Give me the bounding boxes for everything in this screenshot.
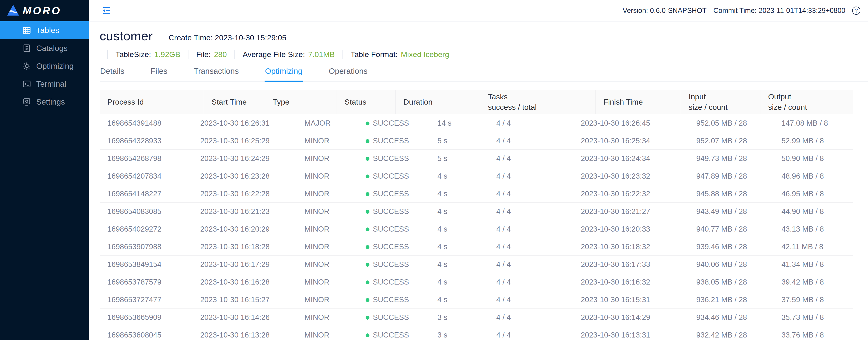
status-success-dot — [366, 280, 369, 284]
cell-input: 934.46 MB / 28 — [689, 313, 774, 322]
table-row: 1698654268798 2023-10-30 16:24:29 MINOR … — [100, 149, 853, 167]
sidebar-item[interactable]: Terminal — [0, 75, 89, 93]
optimizing-icon — [22, 62, 31, 71]
cell-duration: 3 s — [430, 313, 489, 322]
cell-type: MINOR — [297, 278, 358, 286]
status-success-dot — [366, 122, 369, 126]
sidebar-menu: Tables Catalogs Optimizing Terminal Sett… — [0, 21, 89, 111]
catalog-icon — [22, 44, 31, 53]
sidebar-item[interactable]: Tables — [0, 21, 89, 39]
sidebar-item[interactable]: Optimizing — [0, 57, 89, 75]
cell-output: 37.59 MB / 8 — [774, 296, 853, 304]
sidebar-item-label: Tables — [36, 26, 59, 35]
cell-input: 932.42 MB / 28 — [689, 331, 774, 339]
cell-status: SUCCESS — [358, 260, 430, 269]
cell-input: 940.06 MB / 28 — [689, 260, 774, 269]
cell-start-time: 2023-10-30 16:22:28 — [192, 190, 297, 198]
cell-type: MINOR — [297, 296, 358, 304]
cell-output: 48.96 MB / 8 — [774, 172, 853, 180]
table-header-cell: Status — [337, 90, 396, 114]
cell-duration: 4 s — [430, 207, 489, 216]
cell-output: 39.42 MB / 8 — [774, 278, 853, 286]
sidebar-item-label: Terminal — [36, 79, 66, 89]
cell-process-id: 1698654207834 — [100, 172, 192, 180]
cell-duration: 4 s — [430, 225, 489, 233]
main-content: customer Create Time: 2023-10-30 15:29:0… — [89, 22, 868, 340]
cell-process-id: 1698653727477 — [100, 296, 192, 304]
cell-start-time: 2023-10-30 16:18:28 — [192, 242, 297, 251]
cell-duration: 3 s — [430, 331, 489, 339]
cell-duration: 4 s — [430, 260, 489, 269]
cell-tasks: 4 / 4 — [489, 136, 573, 145]
amoro-logo-icon — [7, 5, 19, 16]
status-success-dot — [366, 210, 369, 214]
cell-duration: 14 s — [430, 119, 489, 128]
table-row: 1698654148227 2023-10-30 16:22:28 MINOR … — [100, 185, 853, 203]
cell-input: 947.89 MB / 28 — [689, 172, 774, 180]
status-success-dot — [366, 228, 369, 231]
tab[interactable]: Optimizing — [265, 67, 303, 81]
cell-tasks: 4 / 4 — [489, 225, 573, 233]
version-label: Version: 0.6.0-SNAPSHOT — [623, 7, 707, 15]
tab[interactable]: Operations — [328, 67, 368, 81]
cell-tasks: 4 / 4 — [489, 260, 573, 269]
table-header-cell: Process Id — [100, 90, 204, 114]
cell-input: 938.05 MB / 28 — [689, 278, 774, 286]
cell-tasks: 4 / 4 — [489, 207, 573, 216]
header-line1: Duration — [403, 97, 480, 107]
menu-fold-icon[interactable] — [101, 5, 112, 16]
topbar: Version: 0.6.0-SNAPSHOT Commit Time: 202… — [89, 0, 868, 22]
help-icon[interactable]: ? — [852, 7, 860, 15]
version-area: Version: 0.6.0-SNAPSHOT Commit Time: 202… — [623, 7, 860, 15]
cell-tasks: 4 / 4 — [489, 119, 573, 128]
cell-duration: 5 s — [430, 154, 489, 163]
table-header-cell: Type — [265, 90, 337, 114]
status-text: SUCCESS — [373, 207, 409, 215]
header-line1: Start Time — [212, 97, 265, 107]
sidebar-item[interactable]: Catalogs — [0, 39, 89, 57]
cell-finish-time: 2023-10-30 16:25:34 — [573, 136, 689, 145]
sidebar-item[interactable]: Settings — [0, 93, 89, 111]
table-row: 1698653907988 2023-10-30 16:18:28 MINOR … — [100, 238, 853, 256]
cell-process-id: 1698654148227 — [100, 190, 192, 198]
table-row: 1698654029272 2023-10-30 16:20:29 MINOR … — [100, 220, 853, 238]
cell-input: 943.49 MB / 28 — [689, 207, 774, 216]
cell-duration: 4 s — [430, 278, 489, 286]
cell-finish-time: 2023-10-30 16:14:29 — [573, 313, 689, 322]
header-line1: Process Id — [107, 97, 204, 107]
cell-type: MINOR — [297, 136, 358, 145]
stat-value: 7.01MB — [308, 50, 335, 59]
cell-process-id: 1698654268798 — [100, 154, 192, 163]
cell-input: 952.07 MB / 28 — [689, 136, 774, 145]
sidebar-item-label: Catalogs — [36, 44, 67, 53]
cell-duration: 4 s — [430, 172, 489, 180]
stat-value: Mixed Iceberg — [401, 50, 450, 59]
tab[interactable]: Details — [100, 67, 125, 81]
cell-start-time: 2023-10-30 16:13:28 — [192, 331, 297, 339]
tab[interactable]: Transactions — [193, 67, 239, 81]
cell-status: SUCCESS — [358, 313, 430, 322]
cell-output: 35.73 MB / 8 — [774, 313, 853, 322]
cell-status: SUCCESS — [358, 119, 430, 128]
sidebar-item-label: Settings — [36, 97, 65, 106]
table-icon — [22, 26, 31, 35]
cell-status: SUCCESS — [358, 278, 430, 286]
cell-finish-time: 2023-10-30 16:18:32 — [573, 242, 689, 251]
cell-process-id: 1698653608045 — [100, 331, 192, 339]
cell-status: SUCCESS — [358, 296, 430, 304]
cell-finish-time: 2023-10-30 16:26:45 — [573, 119, 689, 128]
cell-process-id: 1698654328933 — [100, 136, 192, 145]
cell-type: MINOR — [297, 260, 358, 269]
app-logo-text: MORO — [23, 4, 61, 17]
cell-type: MINOR — [297, 242, 358, 251]
cell-status: SUCCESS — [358, 136, 430, 145]
status-success-dot — [366, 139, 369, 143]
status-text: SUCCESS — [373, 190, 409, 198]
cell-start-time: 2023-10-30 16:16:28 — [192, 278, 297, 286]
title-row: customer Create Time: 2023-10-30 15:29:0… — [89, 22, 868, 43]
cell-status: SUCCESS — [358, 172, 430, 180]
tab[interactable]: Files — [150, 67, 168, 81]
cell-process-id: 1698654391488 — [100, 119, 192, 128]
table-header-cell: Output size / count — [761, 90, 807, 114]
cell-finish-time: 2023-10-30 16:21:27 — [573, 207, 689, 216]
